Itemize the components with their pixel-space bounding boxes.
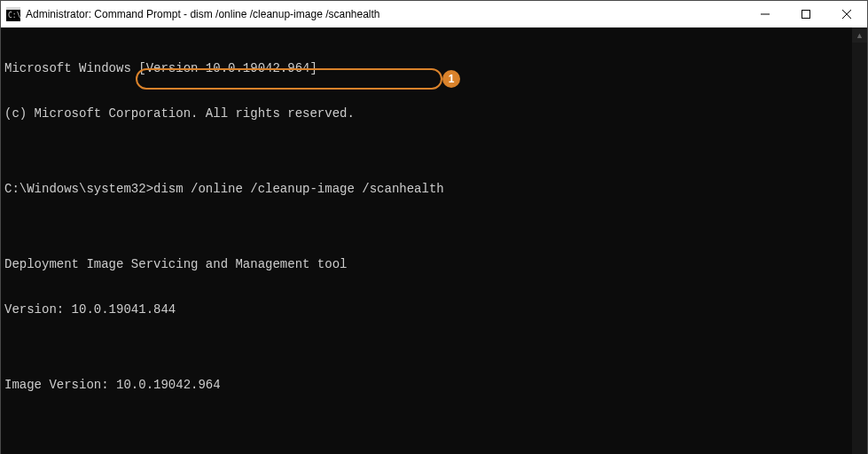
terminal-line: Version: 10.0.19041.844 [4,302,848,317]
prompt: C:\Windows\system32> [4,182,153,196]
terminal-line: Image Version: 10.0.19042.964 [4,378,848,393]
maximize-button[interactable] [786,1,826,27]
svg-text:C:\: C:\ [8,12,20,20]
vertical-scrollbar[interactable]: ▲ ▼ [852,27,867,454]
titlebar[interactable]: C:\ Administrator: Command Prompt - dism… [1,1,867,27]
minimize-button[interactable] [745,1,786,27]
scroll-track[interactable] [852,43,867,454]
command-prompt-window: C:\ Administrator: Command Prompt - dism… [0,0,868,454]
terminal[interactable]: Microsoft Windows [Version 10.0.19042.96… [1,27,852,454]
window-controls [745,1,867,27]
client-area: Microsoft Windows [Version 10.0.19042.96… [1,27,867,454]
typed-command: dism /online /cleanup-image /scanhealth [153,182,444,196]
svg-rect-1 [6,7,20,10]
terminal-line: Microsoft Windows [Version 10.0.19042.96… [4,61,848,76]
terminal-prompt-line: C:\Windows\system32>dism /online /cleanu… [4,182,848,197]
close-button[interactable] [826,1,867,27]
svg-rect-4 [802,11,810,19]
terminal-line: Deployment Image Servicing and Managemen… [4,257,848,272]
window-title: Administrator: Command Prompt - dism /on… [26,8,745,20]
scroll-up-arrow-icon[interactable]: ▲ [852,27,867,43]
terminal-line: (c) Microsoft Corporation. All rights re… [4,106,848,121]
cmd-icon: C:\ [6,7,20,21]
